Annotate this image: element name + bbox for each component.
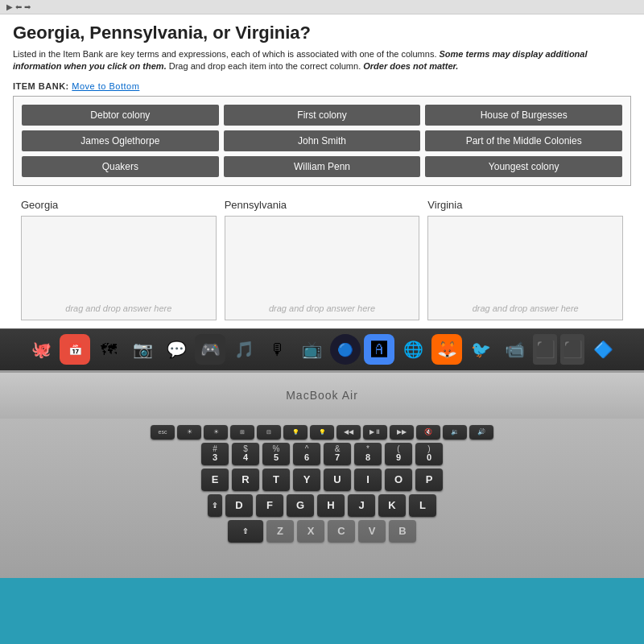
key-num-6[interactable]: ^6: [293, 443, 320, 465]
dock-tv[interactable]: 📺: [296, 334, 327, 365]
key-z-hidden[interactable]: Z: [266, 520, 294, 543]
key-f7[interactable]: ◀◀: [336, 425, 361, 440]
key-k[interactable]: K: [378, 494, 406, 517]
key-f8[interactable]: ▶⏸: [363, 425, 387, 440]
dock-podcasts[interactable]: 🎙: [262, 334, 293, 365]
item-james-oglethorpe[interactable]: James Oglethorpe: [22, 130, 219, 151]
drop-zone-virginia[interactable]: drag and drop answer here: [427, 216, 623, 320]
dock-maps[interactable]: 🗺: [93, 334, 124, 365]
column-georgia: Georgia drag and drop answer here: [21, 199, 217, 320]
item-first-colony[interactable]: First colony: [224, 105, 421, 126]
key-num-9[interactable]: (9: [385, 443, 412, 465]
key-f6[interactable]: 💡: [310, 425, 334, 440]
key-t[interactable]: T: [262, 469, 290, 491]
item-house-of-burgesses[interactable]: House of Burgesses: [425, 105, 622, 126]
dock-finder[interactable]: 🐙: [26, 334, 56, 365]
dock-calendar[interactable]: 📅: [60, 334, 90, 365]
letter-row-2: ⇪ D F G H J K L: [0, 494, 644, 517]
macbook-chassis: MacBook Air: [0, 370, 644, 419]
key-l[interactable]: L: [409, 494, 436, 517]
key-i[interactable]: I: [354, 469, 382, 491]
item-john-smith[interactable]: John Smith: [224, 130, 421, 151]
key-e[interactable]: E: [201, 469, 229, 491]
dock-pane1[interactable]: ⬛: [533, 334, 557, 365]
browser-bar: ▶ ⬅ ➡: [0, 0, 644, 14]
dock-pane2[interactable]: ⬛: [560, 334, 584, 365]
dock-unknown2[interactable]: 🔷: [588, 334, 618, 365]
fn-row: esc ☀ ☀ ⊞ ⊟ 💡 💡 ◀◀ ▶⏸ ▶▶ 🔇 🔉 🔊: [0, 425, 644, 440]
column-pennsylvania-label: Pennsylvania: [225, 199, 420, 211]
key-o[interactable]: O: [385, 469, 412, 491]
key-f3[interactable]: ⊞: [230, 425, 254, 440]
key-g[interactable]: G: [287, 494, 314, 517]
key-shift-left[interactable]: ⇧: [228, 520, 263, 543]
key-num-8[interactable]: *8: [354, 443, 382, 465]
dock-accessibility[interactable]: 🅰: [364, 334, 394, 365]
key-j[interactable]: J: [348, 494, 375, 517]
key-r[interactable]: R: [232, 469, 259, 491]
columns-area: Georgia drag and drop answer here Pennsy…: [13, 199, 631, 320]
key-f[interactable]: F: [256, 494, 283, 517]
key-num-3[interactable]: #3: [201, 443, 229, 465]
macbook-label: MacBook Air: [286, 389, 358, 402]
item-bank-label: ITEM BANK: Move to Bottom: [13, 81, 631, 91]
drop-zone-georgia[interactable]: drag and drop answer here: [21, 216, 217, 320]
num-row: #3 $4 %5 ^6 &7 *8 (9 )0: [0, 443, 644, 465]
page-title: Georgia, Pennsylvania, or Virginia?: [13, 23, 631, 43]
dock-zoom[interactable]: 📹: [499, 334, 530, 365]
key-f11[interactable]: 🔉: [443, 425, 467, 440]
letter-row-3: ⇧ Z X C V B: [0, 520, 644, 543]
browser-url: ▶ ⬅ ➡: [6, 2, 31, 11]
instructions: Listed in the Item Bank are key terms an…: [13, 48, 631, 73]
dock-twitter[interactable]: 🐦: [465, 334, 496, 365]
key-num-4[interactable]: $4: [232, 443, 259, 465]
key-f10[interactable]: 🔇: [416, 425, 440, 440]
item-william-penn[interactable]: William Penn: [224, 156, 421, 177]
key-h[interactable]: H: [317, 494, 345, 517]
key-num-0[interactable]: )0: [415, 443, 443, 465]
column-virginia: Virginia drag and drop answer here: [427, 199, 623, 320]
dock-firefox[interactable]: 🦊: [431, 334, 462, 365]
key-c[interactable]: C: [328, 520, 355, 543]
key-p[interactable]: P: [415, 469, 443, 491]
key-num-7[interactable]: &7: [324, 443, 351, 465]
dock-photos[interactable]: 📷: [127, 334, 158, 365]
dock-bar: 🐙 📅 🗺 📷 💬 🎮 🎵 🎙 📺 🔵 🅰 🌐 🦊 🐦 📹 ⬛ ⬛ 🔷: [0, 328, 644, 370]
drop-hint-virginia: drag and drop answer here: [473, 303, 579, 313]
dock-nord[interactable]: 🔵: [330, 334, 361, 365]
column-georgia-label: Georgia: [21, 199, 217, 211]
key-caps[interactable]: ⇪: [208, 494, 222, 517]
item-debtor-colony[interactable]: Debtor colony: [22, 105, 219, 126]
drop-zone-pennsylvania[interactable]: drag and drop answer here: [225, 216, 420, 320]
item-part-of-middle-colonies[interactable]: Part of the Middle Colonies: [425, 130, 622, 151]
key-y[interactable]: Y: [293, 469, 320, 491]
item-youngest-colony[interactable]: Youngest colony: [425, 156, 622, 177]
key-v[interactable]: V: [358, 520, 386, 543]
key-x[interactable]: X: [297, 520, 324, 543]
keyboard: esc ☀ ☀ ⊞ ⊟ 💡 💡 ◀◀ ▶⏸ ▶▶ 🔇 🔉 🔊 #3 $4 %5 …: [0, 419, 644, 578]
drop-hint-georgia: drag and drop answer here: [65, 303, 171, 313]
key-f1[interactable]: ☀: [177, 425, 201, 440]
dock-music[interactable]: 🎵: [229, 334, 259, 365]
key-b[interactable]: B: [389, 520, 416, 543]
key-f9[interactable]: ▶▶: [390, 425, 414, 440]
screen: ▶ ⬅ ➡ Georgia, Pennsylvania, or Virginia…: [0, 0, 644, 328]
column-pennsylvania: Pennsylvania drag and drop answer here: [225, 199, 420, 320]
key-d[interactable]: D: [225, 494, 253, 517]
key-f4[interactable]: ⊟: [257, 425, 281, 440]
drop-hint-pennsylvania: drag and drop answer here: [269, 303, 375, 313]
key-num-5[interactable]: %5: [262, 443, 290, 465]
key-esc[interactable]: esc: [151, 425, 175, 440]
key-f5[interactable]: 💡: [283, 425, 308, 440]
dock-unknown1[interactable]: 🎮: [195, 334, 225, 365]
letter-row-1: E R T Y U I O P: [0, 469, 644, 491]
key-u[interactable]: U: [324, 469, 351, 491]
dock-messages[interactable]: 💬: [161, 334, 192, 365]
item-bank-box: Debtor colony First colony House of Burg…: [13, 96, 631, 186]
move-to-bottom-link[interactable]: Move to Bottom: [72, 81, 139, 91]
item-quakers[interactable]: Quakers: [22, 156, 219, 177]
dock-chrome[interactable]: 🌐: [398, 334, 428, 365]
column-virginia-label: Virginia: [427, 199, 623, 211]
key-f12[interactable]: 🔊: [469, 425, 493, 440]
key-f2[interactable]: ☀: [204, 425, 228, 440]
